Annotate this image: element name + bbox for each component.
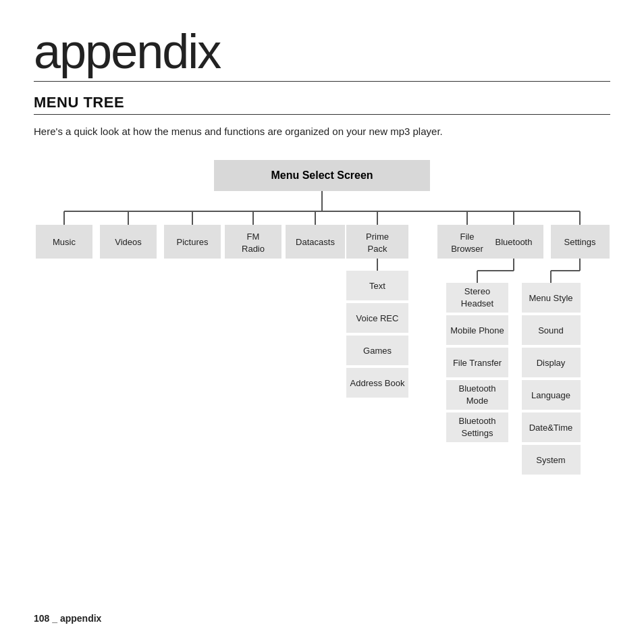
svg-text:Sound: Sound [538, 325, 564, 336]
svg-text:Voice REC: Voice REC [356, 313, 399, 323]
root-node: Menu Select Screen [214, 160, 430, 191]
svg-text:Browser: Browser [451, 244, 483, 254]
svg-text:Prime: Prime [366, 232, 389, 242]
svg-text:Pack: Pack [368, 244, 387, 254]
svg-text:Videos: Videos [115, 237, 142, 247]
svg-text:Music: Music [53, 237, 76, 247]
svg-text:Mobile Phone: Mobile Phone [450, 325, 504, 336]
svg-text:Stereo: Stereo [464, 286, 490, 296]
page-footer: 108 _ appendix [34, 613, 101, 624]
section-divider [34, 114, 610, 115]
svg-text:Display: Display [537, 358, 566, 368]
svg-text:Address Book: Address Book [350, 378, 405, 388]
svg-text:Settings: Settings [564, 237, 596, 247]
svg-text:Bluetooth: Bluetooth [459, 383, 496, 394]
svg-text:File Transfer: File Transfer [453, 358, 502, 368]
svg-text:Text: Text [369, 281, 385, 291]
svg-text:Menu Style: Menu Style [529, 293, 572, 303]
svg-text:Date&Time: Date&Time [529, 423, 573, 433]
section-title: MENU TREE [34, 94, 610, 111]
description-text: Here's a quick look at how the menus and… [34, 124, 610, 140]
svg-text:Pictures: Pictures [177, 237, 209, 247]
tree-svg: Music Videos Pictures FM Radio Datacasts… [32, 191, 612, 529]
svg-text:Settings: Settings [462, 428, 493, 438]
title-divider [34, 81, 610, 82]
svg-text:Headset: Headset [461, 298, 494, 308]
svg-text:FM: FM [247, 232, 260, 242]
page-title: appendix [34, 27, 610, 76]
svg-text:Radio: Radio [242, 244, 265, 254]
svg-text:File: File [460, 232, 475, 242]
svg-text:Datacasts: Datacasts [296, 237, 335, 247]
svg-text:Bluetooth: Bluetooth [495, 237, 533, 247]
svg-text:Mode: Mode [466, 396, 489, 406]
svg-text:System: System [536, 455, 565, 465]
svg-text:Games: Games [363, 346, 392, 356]
svg-text:Bluetooth: Bluetooth [459, 416, 496, 426]
menu-tree: Menu Select Screen Music [34, 160, 610, 529]
svg-text:Language: Language [531, 390, 570, 400]
